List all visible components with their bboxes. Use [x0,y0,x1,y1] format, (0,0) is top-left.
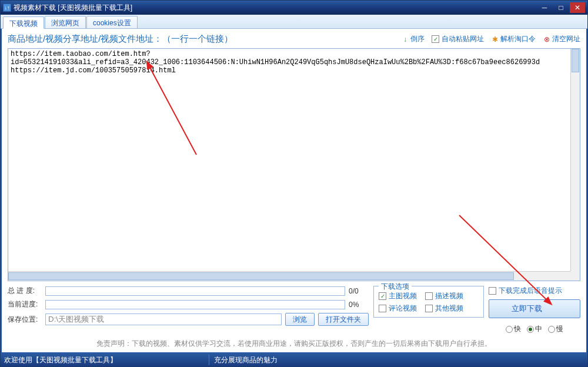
clear-label: 清空网址 [552,34,580,44]
current-progress-label: 当前进度: [8,299,42,309]
opt-desc-video[interactable]: 描述视频 [425,291,463,301]
save-path-input[interactable] [45,313,282,325]
window-title: 视频素材下载 [天图视频批量下载工具] [14,3,537,13]
status-left: 欢迎使用【天图视频批量下载工具】 [4,355,204,365]
speed-fast[interactable]: 快 [506,324,521,334]
parse-button[interactable]: ✱ 解析淘口令 [491,34,536,44]
url-textarea-wrap [8,48,580,281]
scroll-corner [570,271,580,281]
checkbox-icon: ✓ [432,35,439,43]
arrow-down-icon: ↓ [401,35,409,44]
sort-button[interactable]: ↓ 倒序 [401,35,425,44]
tab-browse[interactable]: 浏览网页 [45,16,86,28]
disclaimer-text: 免责声明：下载的视频、素材仅供学习交流，若使用商业用途，请购买正版授权，否则产生… [8,339,580,349]
total-progress-bar [45,286,345,296]
total-progress-label: 总 进 度: [8,286,42,296]
options-title: 下载选项 [379,282,412,292]
scroll-thumb-h[interactable] [8,272,514,280]
open-folder-button[interactable]: 打开文件夹 [318,313,369,326]
scrollbar-horizontal[interactable] [8,271,570,281]
url-textarea[interactable] [8,49,580,281]
tab-cookies[interactable]: cookies设置 [86,16,138,28]
total-progress-text: 0/0 [349,287,369,295]
close-button[interactable]: ✕ [570,2,585,13]
voice-prompt-toggle[interactable]: 下载完成后语音提示 [489,286,580,296]
titlebar[interactable]: ↓↑ 视频素材下载 [天图视频批量下载工具] ─ □ ✕ [1,1,587,15]
url-input-label: 商品地址/视频分享地址/视频文件地址：（一行一个链接） [8,34,401,45]
opt-comment-video[interactable]: 评论视频 [379,303,417,313]
current-progress-bar [45,300,345,309]
status-right: 充分展现商品的魅力 [214,355,278,365]
download-options-group: 下载选项 ✓主图视频 描述视频 评论视频 其他视频 [373,286,484,318]
parse-label: 解析淘口令 [500,34,536,44]
current-progress-text: 0% [349,301,369,309]
autopaste-label: 自动粘贴网址 [442,34,484,44]
maximize-button[interactable]: □ [553,2,569,13]
app-icon: ↓↑ [3,4,11,12]
statusbar: 欢迎使用【天图视频批量下载工具】 充分展现商品的魅力 [1,353,587,366]
scroll-thumb-v[interactable] [572,49,579,72]
speed-medium[interactable]: 中 [527,324,542,334]
delete-icon: ⊗ [543,35,551,44]
asterisk-icon: ✱ [491,35,499,44]
speed-slow[interactable]: 慢 [548,324,563,334]
scrollbar-vertical[interactable] [570,49,580,271]
opt-other-video[interactable]: 其他视频 [425,303,463,313]
tab-bar: 下载视频 浏览网页 cookies设置 [1,15,587,29]
download-now-button[interactable]: 立即下载 [489,299,580,318]
opt-main-video[interactable]: ✓主图视频 [379,291,417,301]
save-path-label: 保存位置: [8,315,42,325]
sort-label: 倒序 [410,36,425,42]
browse-button[interactable]: 浏览 [285,313,315,326]
autopaste-toggle[interactable]: ✓ 自动粘贴网址 [432,34,484,44]
minimize-button[interactable]: ─ [537,2,552,13]
clear-button[interactable]: ⊗ 清空网址 [543,34,580,44]
tab-download[interactable]: 下载视频 [3,16,44,29]
